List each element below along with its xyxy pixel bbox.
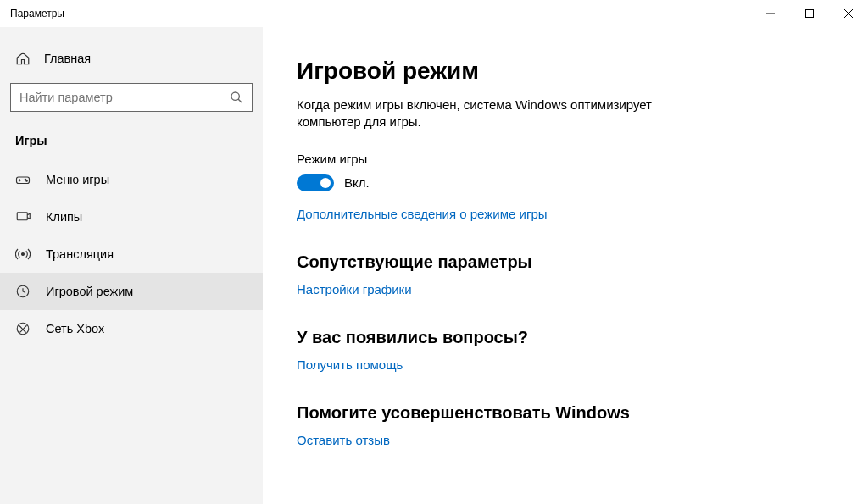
close-icon [844,9,853,18]
game-mode-toggle[interactable] [297,174,334,191]
section-title: Помогите усовершенствовать Windows [297,403,834,423]
game-mode-icon [15,284,31,299]
sidebar-item-captures[interactable]: Клипы [0,198,263,235]
svg-point-4 [231,92,239,100]
minimize-button[interactable] [751,0,790,27]
sidebar-item-label: Игровой режим [46,285,133,298]
sidebar-item-label: Клипы [46,210,82,224]
broadcasting-icon [15,246,31,262]
window-controls [751,0,868,27]
search-icon [230,91,243,104]
content-area: Главная Игры Меню игры Клипы [0,27,868,504]
sidebar-item-game-bar[interactable]: Меню игры [0,161,263,198]
maximize-button[interactable] [790,0,829,27]
window-title: Параметры [10,8,64,19]
toggle-knob [320,178,331,188]
sidebar-item-label: Трансляция [46,247,114,261]
give-feedback-link[interactable]: Оставить отзыв [297,433,390,447]
sidebar-item-xbox-networking[interactable]: Сеть Xbox [0,310,263,347]
page-description: Когда режим игры включен, система Window… [297,97,704,131]
get-help-link[interactable]: Получить помощь [297,357,403,372]
graphics-settings-link[interactable]: Настройки графики [297,282,412,296]
minimize-icon [766,9,775,18]
svg-point-12 [22,253,25,256]
toggle-state: Вкл. [344,175,370,190]
svg-point-10 [26,180,28,182]
sidebar-item-broadcasting[interactable]: Трансляция [0,235,263,273]
toggle-row: Вкл. [297,174,834,191]
game-bar-icon [15,172,31,187]
search-input[interactable] [19,91,230,104]
svg-rect-1 [806,10,814,18]
section-title: Сопутствующие параметры [297,252,834,272]
home-label: Главная [44,52,91,65]
captures-icon [15,209,31,224]
sidebar-item-game-mode[interactable]: Игровой режим [0,273,263,310]
home-icon [15,51,31,66]
close-button[interactable] [829,0,868,27]
category-label: Игры [0,127,263,161]
sidebar-item-label: Сеть Xbox [46,322,104,335]
learn-more-link[interactable]: Дополнительные сведения о режиме игры [297,207,548,221]
main-panel: Игровой режим Когда режим игры включен, … [263,27,868,504]
search-box[interactable] [10,83,253,112]
xbox-icon [15,321,31,336]
questions-section: У вас появились вопросы? Получить помощь [297,328,834,373]
related-settings-section: Сопутствующие параметры Настройки график… [297,252,834,297]
svg-line-5 [238,99,242,102]
sidebar: Главная Игры Меню игры Клипы [0,27,263,504]
sidebar-item-label: Меню игры [46,173,109,186]
svg-point-9 [25,179,26,180]
titlebar: Параметры [0,0,868,27]
nav-list: Меню игры Клипы Трансляция Игровой режим [0,161,263,347]
section-title: У вас появились вопросы? [297,328,834,347]
maximize-icon [805,9,814,18]
feedback-section: Помогите усовершенствовать Windows Остав… [297,403,834,448]
page-title: Игровой режим [297,58,834,85]
svg-rect-11 [17,213,27,220]
home-link[interactable]: Главная [0,42,263,75]
toggle-label: Режим игры [297,152,834,166]
